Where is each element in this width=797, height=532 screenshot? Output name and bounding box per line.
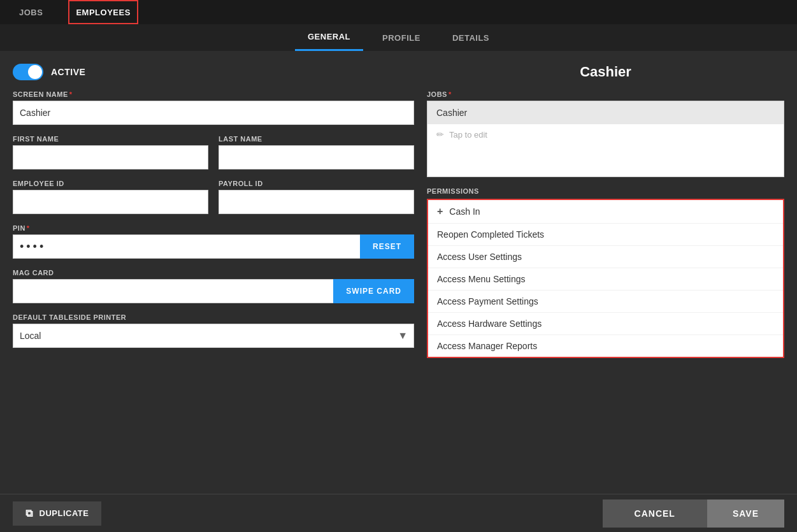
plus-icon: +: [437, 206, 443, 217]
active-label: ACTIVE: [51, 67, 85, 77]
active-toggle[interactable]: [13, 64, 43, 80]
permission-reopen-tickets[interactable]: Reopen Completed Tickets: [428, 224, 783, 246]
sub-navigation: GENERAL PROFILE DETAILS: [0, 24, 797, 51]
employee-id-label: EMPLOYEE ID: [13, 180, 208, 187]
payroll-id-label: PAYROLL ID: [219, 180, 414, 187]
permissions-section: PERMISSIONS + Cash In Reopen Completed T…: [427, 187, 784, 358]
screen-name-field: SCREEN NAME*: [13, 90, 414, 125]
right-panel: Cashier JOBS* Cashier ✏ Tap to edit PERM…: [427, 64, 784, 481]
first-name-input[interactable]: [13, 145, 208, 169]
permission-label: Access Manager Reports: [437, 341, 537, 351]
save-button[interactable]: SAVE: [707, 500, 784, 528]
tap-edit-label: Tap to edit: [449, 130, 487, 140]
cancel-button[interactable]: CANCEL: [603, 500, 707, 528]
bottom-right-buttons: CANCEL SAVE: [603, 500, 784, 528]
printer-select-wrapper: Local Bar Kitchen ▼: [13, 324, 414, 348]
permissions-label: PERMISSIONS: [427, 187, 784, 195]
pencil-icon: ✏: [436, 129, 444, 140]
screen-name-input[interactable]: [13, 101, 414, 125]
first-name-label: FIRST NAME: [13, 135, 208, 143]
permission-access-payment-settings[interactable]: Access Payment Settings: [428, 291, 783, 313]
permission-access-hardware-settings[interactable]: Access Hardware Settings: [428, 313, 783, 335]
pin-label: PIN*: [13, 224, 414, 232]
mag-card-label: MAG CARD: [13, 269, 414, 277]
printer-select[interactable]: Local Bar Kitchen: [13, 324, 414, 348]
main-content: ACTIVE SCREEN NAME* FIRST NAME LAST NAME…: [0, 51, 797, 494]
mag-card-input[interactable]: [13, 279, 333, 303]
top-nav-jobs[interactable]: JOBS: [13, 0, 49, 24]
payroll-id-field: PAYROLL ID: [219, 180, 414, 214]
mag-input-wrapper: [13, 279, 333, 303]
permission-access-menu-settings[interactable]: Access Menu Settings: [428, 268, 783, 291]
left-panel: ACTIVE SCREEN NAME* FIRST NAME LAST NAME…: [13, 64, 414, 481]
active-row: ACTIVE: [13, 64, 414, 80]
swipe-card-button[interactable]: SWIPE CARD: [333, 279, 414, 303]
id-row: EMPLOYEE ID PAYROLL ID: [13, 180, 414, 214]
printer-field: DEFAULT TABLESIDE PRINTER Local Bar Kitc…: [13, 313, 414, 348]
tab-details[interactable]: DETAILS: [440, 24, 502, 51]
employee-title: Cashier: [427, 64, 784, 80]
bottom-bar: ⧉ DUPLICATE CANCEL SAVE: [0, 494, 797, 532]
permission-access-manager-reports[interactable]: Access Manager Reports: [428, 335, 783, 357]
top-navigation: JOBS EMPLOYEES: [0, 0, 797, 24]
permissions-box: + Cash In Reopen Completed Tickets Acces…: [427, 199, 784, 358]
duplicate-button[interactable]: ⧉ DUPLICATE: [13, 501, 101, 526]
tap-to-edit[interactable]: ✏ Tap to edit: [427, 124, 784, 145]
jobs-section: JOBS* Cashier ✏ Tap to edit: [427, 90, 784, 177]
mag-card-field: MAG CARD SWIPE CARD: [13, 269, 414, 303]
permission-label: Access Payment Settings: [437, 296, 538, 306]
tab-general[interactable]: GENERAL: [295, 24, 363, 51]
employee-id-input[interactable]: [13, 190, 208, 214]
permission-label: Reopen Completed Tickets: [437, 229, 544, 240]
jobs-item-cashier: Cashier: [427, 101, 784, 124]
permission-access-user-settings[interactable]: Access User Settings: [428, 246, 783, 268]
payroll-id-input[interactable]: [219, 190, 414, 214]
last-name-label: LAST NAME: [219, 135, 414, 143]
duplicate-label: DUPLICATE: [39, 508, 89, 518]
pin-input-wrapper: [13, 234, 360, 259]
printer-label: DEFAULT TABLESIDE PRINTER: [13, 313, 414, 321]
jobs-box[interactable]: Cashier ✏ Tap to edit: [427, 101, 784, 177]
duplicate-icon: ⧉: [25, 508, 33, 519]
top-nav-employees[interactable]: EMPLOYEES: [68, 0, 138, 24]
permission-cash-in[interactable]: + Cash In: [428, 200, 783, 224]
reset-button[interactable]: RESET: [360, 234, 414, 259]
name-row: FIRST NAME LAST NAME: [13, 135, 414, 169]
tab-profile[interactable]: PROFILE: [370, 24, 433, 51]
jobs-label: JOBS*: [427, 90, 784, 98]
screen-name-label: SCREEN NAME*: [13, 90, 414, 98]
permission-label: Access Hardware Settings: [437, 319, 542, 329]
last-name-field: LAST NAME: [219, 135, 414, 169]
permission-label: Cash In: [449, 206, 480, 217]
employee-id-field: EMPLOYEE ID: [13, 180, 208, 214]
permission-label: Access User Settings: [437, 252, 522, 262]
first-name-field: FIRST NAME: [13, 135, 208, 169]
last-name-input[interactable]: [219, 145, 414, 169]
pin-input[interactable]: [13, 234, 360, 259]
permission-label: Access Menu Settings: [437, 274, 526, 284]
pin-field: PIN* RESET: [13, 224, 414, 259]
